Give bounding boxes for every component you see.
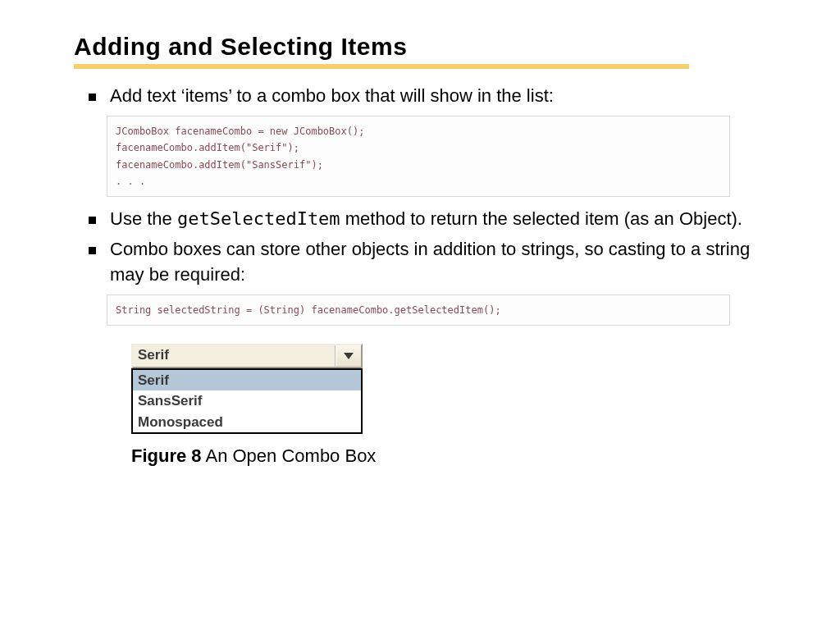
chevron-down-icon[interactable] (336, 345, 361, 367)
bullet-3: Combo boxes can store other objects in a… (107, 237, 766, 288)
combo-closed[interactable]: Serif (131, 344, 363, 368)
combo-option[interactable]: SansSerif (133, 390, 361, 411)
combo-box[interactable]: Serif Serif SansSerif Monospaced (131, 344, 363, 434)
bullet-2-method: getSelectedItem (177, 208, 340, 229)
combo-dropdown[interactable]: Serif SansSerif Monospaced (131, 368, 363, 434)
bullet-2-post: method to return the selected item (as a… (340, 208, 742, 229)
combo-option[interactable]: Serif (133, 370, 361, 390)
figure-label: Figure 8 (131, 445, 202, 466)
bullet-list: Add text ‘items’ to a combo box that wil… (74, 84, 766, 109)
figure-caption-text: An Open Combo Box (202, 445, 377, 466)
slide: Adding and Selecting Items Add text ‘ite… (0, 0, 840, 491)
code-block-1: JComboBox facenameCombo = new JComboBox(… (107, 116, 730, 198)
page-title: Adding and Selecting Items (74, 33, 766, 61)
code-block-2: String selectedString = (String) facenam… (107, 294, 730, 326)
bullet-list-2: Use the getSelectedItem method to return… (74, 207, 766, 287)
bullet-1: Add text ‘items’ to a combo box that wil… (107, 84, 766, 109)
figure: Serif Serif SansSerif Monospaced Figure … (131, 344, 766, 467)
bullet-2-pre: Use the (110, 208, 177, 229)
title-rule (74, 64, 689, 69)
svg-marker-0 (344, 353, 354, 359)
figure-caption: Figure 8 An Open Combo Box (131, 445, 766, 467)
combo-option[interactable]: Monospaced (133, 412, 361, 432)
bullet-2: Use the getSelectedItem method to return… (107, 207, 766, 232)
combo-selected-value: Serif (133, 345, 336, 367)
